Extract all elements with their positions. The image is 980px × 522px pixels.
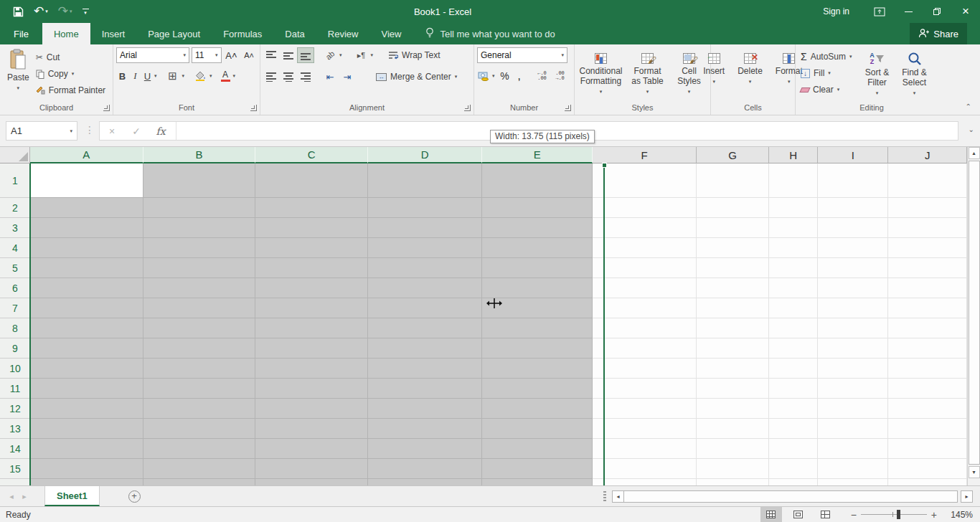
cell-D14[interactable] [368,439,483,459]
cell-F1[interactable] [593,163,697,198]
cell-A13[interactable] [30,419,143,439]
cell-G16[interactable] [697,479,769,485]
cell-G2[interactable] [697,198,769,218]
cell-F9[interactable] [593,338,697,359]
cell-C10[interactable] [255,359,368,379]
cell-J16[interactable] [888,479,967,485]
cell-J14[interactable] [888,439,967,459]
top-align-icon[interactable] [263,48,279,62]
page-layout-view-button[interactable] [788,507,809,522]
cell-G10[interactable] [697,359,769,379]
cell-E3[interactable] [482,218,593,238]
cell-J1[interactable] [888,163,967,198]
sheet-nav-right-icon[interactable]: ▸ [13,492,36,501]
cell-I9[interactable] [818,338,888,359]
cell-I7[interactable] [818,298,888,318]
fill-color-dropdown[interactable]: ▾ [209,73,212,79]
cell-F2[interactable] [593,198,697,218]
cell-E2[interactable] [482,198,593,218]
paste-button[interactable]: Paste ▾ [3,47,34,100]
cell-F4[interactable] [593,238,697,258]
undo-button[interactable]: ↶▾ [34,6,48,17]
cell-A5[interactable] [30,258,143,278]
cell-B10[interactable] [143,359,256,379]
cell-J7[interactable] [888,298,967,318]
cell-H8[interactable] [769,318,819,338]
collapse-ribbon-icon[interactable]: ⌃ [966,103,971,110]
tab-view[interactable]: View [369,23,413,44]
cell-D4[interactable] [368,238,483,258]
cell-E14[interactable] [482,439,593,459]
row-header-3[interactable]: 3 [0,218,30,238]
cell-H15[interactable] [769,459,819,479]
row-header-7[interactable]: 7 [0,298,30,318]
cell-G4[interactable] [697,238,769,258]
selection-border-right[interactable] [603,163,605,485]
cell-E6[interactable] [482,278,593,298]
normal-view-button[interactable] [760,507,782,522]
cell-G9[interactable] [697,338,769,359]
cell-G7[interactable] [697,298,769,318]
cell-A16[interactable] [30,479,143,485]
wrap-text-button[interactable]: Wrap Text [386,47,443,63]
cell-C5[interactable] [255,258,368,278]
cell-B5[interactable] [143,258,256,278]
redo-button[interactable]: ↷▾ [58,6,72,17]
cell-A10[interactable] [30,359,143,379]
copy-button[interactable]: Copy▾ [34,66,108,82]
share-button[interactable]: Share [910,23,967,44]
tab-scroll-splitter[interactable] [603,491,606,501]
format-as-table-button[interactable]: 🖌︎ Format as Table▾ [627,47,669,100]
borders-icon[interactable]: ⊞ [165,69,181,83]
select-all-corner[interactable] [0,147,30,163]
cell-I3[interactable] [818,218,888,238]
row-header-2[interactable]: 2 [0,198,30,218]
cell-C14[interactable] [255,439,368,459]
cell-J11[interactable] [888,379,967,399]
decrease-indent-icon[interactable]: ⇤ [322,70,338,84]
cell-I6[interactable] [818,278,888,298]
scroll-down-icon[interactable]: ▾ [969,466,980,478]
increase-decimal-icon[interactable]: ←.0.00 [534,69,550,83]
cell-C12[interactable] [255,399,368,419]
cell-E11[interactable] [482,379,593,399]
cell-A9[interactable] [30,338,143,359]
cell-I14[interactable] [818,439,888,459]
cell-E9[interactable] [482,338,593,359]
cell-H11[interactable] [769,379,819,399]
cell-J9[interactable] [888,338,967,359]
cell-D16[interactable] [368,479,483,485]
cell-H6[interactable] [769,278,819,298]
bold-button[interactable]: B [116,69,128,83]
scroll-up-icon[interactable]: ▴ [969,147,980,159]
cell-B13[interactable] [143,419,256,439]
font-color-dropdown[interactable]: ▾ [233,73,236,79]
autosum-button[interactable]: ΣAutoSum▾ [798,49,854,65]
number-format-select[interactable]: General▾ [477,47,567,63]
cell-A4[interactable] [30,238,143,258]
expand-formula-bar-icon[interactable]: ⌄ [969,125,974,133]
cell-G5[interactable] [697,258,769,278]
cell-F8[interactable] [593,318,697,338]
cell-J8[interactable] [888,318,967,338]
increase-indent-icon[interactable]: ⇥ [339,70,355,84]
fill-button[interactable]: ↓Fill▾ [798,65,854,81]
cell-H12[interactable] [769,399,819,419]
cell-D6[interactable] [368,278,483,298]
font-name-select[interactable]: Arial▾ [116,47,189,63]
cell-C7[interactable] [255,298,368,318]
cell-G6[interactable] [697,278,769,298]
cell-A11[interactable] [30,379,143,399]
cell-G1[interactable] [697,163,769,198]
name-box[interactable]: A1▾ [6,121,77,141]
conditional-formatting-button[interactable]: Conditional Formatting▾ [578,47,624,100]
middle-align-icon[interactable] [281,48,296,62]
cell-B3[interactable] [143,218,256,238]
ribbon-display-options-icon[interactable] [865,0,894,23]
cell-A12[interactable] [30,399,143,419]
cell-A2[interactable] [30,198,143,218]
cell-C2[interactable] [255,198,368,218]
cell-G8[interactable] [697,318,769,338]
cell-D7[interactable] [368,298,483,318]
cell-I12[interactable] [818,399,888,419]
